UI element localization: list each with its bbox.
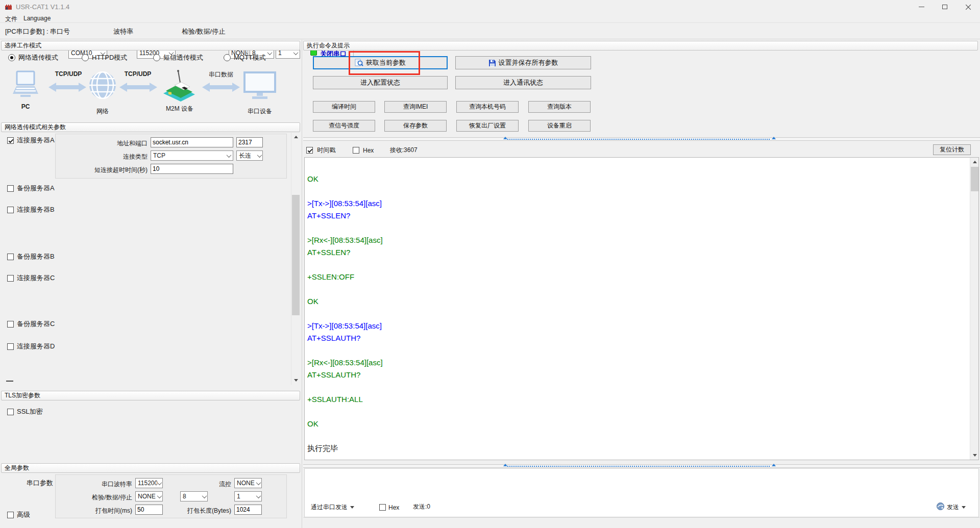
radio-httpd[interactable]: HTTPD模式 bbox=[82, 53, 127, 62]
send-via-serial-button[interactable]: 通过串口发送 bbox=[311, 503, 354, 512]
button-label: 保存参数 bbox=[403, 121, 428, 130]
timeout-input[interactable] bbox=[151, 164, 233, 174]
log-scrollbar[interactable] bbox=[970, 158, 978, 460]
splitter-handle[interactable] bbox=[507, 139, 770, 140]
checkbox-server-c[interactable]: 连接服务器C bbox=[7, 273, 55, 283]
checkbox-label: SSL加密 bbox=[17, 408, 43, 415]
signal-strength-button[interactable]: 查信号强度 bbox=[313, 120, 375, 132]
send-area[interactable]: 通过串口发送 Hex 发送:0 发送 bbox=[304, 468, 979, 517]
enter-comm-button[interactable]: 进入通讯状态 bbox=[455, 76, 591, 89]
save-params-button[interactable]: 保存参数 bbox=[384, 120, 447, 132]
network-globe-icon bbox=[89, 71, 116, 101]
save-all-params-button[interactable]: 设置并保存所有参数 bbox=[455, 56, 591, 69]
minimize-button[interactable] bbox=[910, 0, 933, 14]
close-button[interactable] bbox=[957, 0, 980, 14]
collapsed-splitter-handle[interactable] bbox=[6, 381, 13, 382]
checkbox-backup-server-a[interactable]: 备份服务器A bbox=[7, 184, 55, 193]
enter-config-button[interactable]: 进入配置状态 bbox=[313, 76, 448, 89]
splitter-handle[interactable] bbox=[507, 466, 770, 467]
settings-scrollbar[interactable] bbox=[291, 133, 300, 385]
query-version-button[interactable]: 查询版本 bbox=[528, 101, 591, 113]
checkbox-backup-server-c[interactable]: 备份服务器C bbox=[7, 319, 55, 329]
log-line bbox=[307, 381, 969, 393]
timestamp-checkbox[interactable] bbox=[306, 147, 313, 154]
conn-type-select[interactable]: TCP bbox=[151, 150, 233, 161]
server-a-port-input[interactable] bbox=[236, 137, 263, 147]
gp-databits-select[interactable]: 8 bbox=[180, 491, 208, 501]
radio-net-transparent[interactable]: 网络透传模式 bbox=[8, 53, 58, 62]
send-hex-checkbox[interactable] bbox=[379, 504, 386, 511]
send-splitter[interactable] bbox=[303, 464, 980, 468]
gp-parity-select[interactable]: NONE bbox=[135, 491, 163, 501]
log-line: OK bbox=[307, 418, 969, 430]
button-label: 设备重启 bbox=[547, 121, 572, 130]
button-label: 恢复出厂设置 bbox=[469, 121, 506, 130]
scroll-down-arrow[interactable] bbox=[970, 451, 979, 460]
checkbox-server-b[interactable]: 连接服务器B bbox=[7, 205, 55, 214]
server-a-address-input[interactable] bbox=[151, 137, 233, 147]
scroll-up-arrow[interactable] bbox=[291, 133, 300, 141]
dropdown-arrow-icon bbox=[350, 506, 354, 509]
conn-type-value: TCP bbox=[153, 152, 165, 159]
log-line: +SSLEN:OFF bbox=[307, 271, 969, 283]
net-params-group-header: 网络透传模式相关参数 bbox=[1, 122, 300, 132]
scroll-down-arrow[interactable] bbox=[291, 376, 300, 385]
log-line: >[Tx->][08:53:54][asc] bbox=[307, 320, 969, 332]
menu-language[interactable]: Language bbox=[23, 15, 51, 22]
send-label: 发送 bbox=[947, 504, 959, 511]
flow-label: 流控 bbox=[219, 480, 231, 489]
checkbox-icon bbox=[7, 409, 14, 415]
status-bar bbox=[303, 517, 980, 528]
device-restart-button[interactable]: 设备重启 bbox=[528, 120, 591, 132]
close-icon bbox=[966, 5, 971, 10]
splitter-arrow-icon bbox=[503, 137, 507, 139]
scroll-up-arrow[interactable] bbox=[970, 158, 979, 166]
maximize-button[interactable] bbox=[933, 0, 957, 14]
reset-count-button[interactable]: 复位计数 bbox=[933, 144, 971, 155]
pack-len-input[interactable] bbox=[234, 505, 262, 515]
log-splitter[interactable] bbox=[303, 137, 980, 141]
query-phone-number-button[interactable]: 查询本机号码 bbox=[456, 101, 519, 113]
query-imei-button[interactable]: 查询IMEI bbox=[384, 101, 447, 113]
compile-time-button[interactable]: 编译时间 bbox=[313, 101, 375, 113]
diagram-link3-label: 串口数据 bbox=[203, 70, 239, 79]
button-label: 查信号强度 bbox=[329, 121, 359, 130]
conn-type-label: 连接类型 bbox=[123, 153, 148, 161]
pack-time-input[interactable] bbox=[135, 505, 163, 515]
log-hex-checkbox[interactable] bbox=[353, 147, 359, 154]
log-line: >[Tx->][08:53:54][asc] bbox=[307, 197, 969, 210]
scroll-thumb[interactable] bbox=[292, 195, 300, 315]
laptop-icon bbox=[10, 70, 41, 102]
radio-mqtt[interactable]: MQTT模式 bbox=[224, 53, 266, 62]
arrow-icon bbox=[48, 82, 86, 95]
checkbox-icon bbox=[7, 512, 14, 518]
gp-baud-select[interactable]: 115200 bbox=[135, 478, 163, 488]
radio-icon bbox=[82, 54, 89, 61]
triangle-up-icon bbox=[973, 161, 977, 163]
checkbox-server-d[interactable]: 连接服务器D bbox=[7, 342, 55, 351]
factory-reset-button[interactable]: 恢复出厂设置 bbox=[456, 120, 519, 132]
log-line: AT+SSLEN? bbox=[307, 210, 969, 222]
keep-alive-value: 长连 bbox=[239, 152, 251, 160]
checkbox-backup-server-b[interactable]: 备份服务器B bbox=[7, 252, 55, 261]
checkbox-label: 连接服务器C bbox=[17, 274, 55, 282]
checkbox-server-a[interactable]: 连接服务器A bbox=[7, 136, 55, 145]
window-title: USR-CAT1 V1.1.4 bbox=[16, 3, 69, 11]
send-button[interactable]: 发送 bbox=[947, 503, 966, 512]
keep-alive-select[interactable]: 长连 bbox=[236, 150, 263, 161]
flow-select[interactable]: NONE bbox=[234, 478, 262, 488]
chevron-down-icon bbox=[227, 153, 232, 158]
log-line: 执行完毕 bbox=[307, 442, 969, 455]
radio-sms-transparent[interactable]: 短信透传模式 bbox=[153, 53, 203, 62]
checkbox-ssl[interactable]: SSL加密 bbox=[7, 407, 43, 416]
log-line: >[Rx<-][08:53:54][asc] bbox=[307, 357, 969, 369]
log-hex-label: Hex bbox=[363, 147, 374, 154]
checkbox-label: 备份服务器A bbox=[17, 184, 55, 192]
diagram-pc-label: PC bbox=[12, 103, 39, 110]
checkbox-advanced[interactable]: 高级 bbox=[7, 510, 30, 519]
enter-config-label: 进入配置状态 bbox=[360, 78, 400, 87]
splitter-arrow-icon bbox=[772, 137, 776, 139]
scroll-thumb[interactable] bbox=[971, 167, 978, 191]
checkbox-label: 高级 bbox=[17, 511, 30, 518]
gp-stopbits-select[interactable]: 1 bbox=[234, 491, 262, 501]
